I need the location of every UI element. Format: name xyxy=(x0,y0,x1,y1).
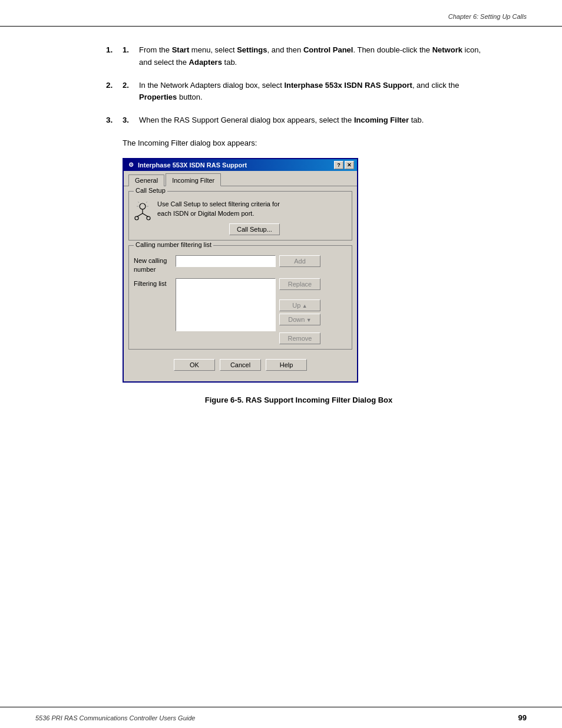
step-2-number: 2. xyxy=(123,80,139,104)
call-setup-title: Call Setup xyxy=(134,187,167,194)
ok-button[interactable]: OK xyxy=(174,359,215,371)
footer-section: 5536 PRI RAS Communications Controller U… xyxy=(0,707,562,728)
call-setup-button-row: Call Setup... xyxy=(157,223,280,235)
figure-caption: Figure 6-5. RAS Support Incoming Filter … xyxy=(106,396,491,404)
add-button-col: Add xyxy=(279,255,320,267)
add-button[interactable]: Add xyxy=(279,255,320,267)
call-setup-button[interactable]: Call Setup... xyxy=(229,223,280,235)
chapter-header: Chapter 6: Setting Up Calls xyxy=(448,13,527,20)
call-setup-text-line2: each ISDN or Digital Modem port. xyxy=(157,209,280,219)
new-calling-number-input[interactable] xyxy=(176,255,276,267)
svg-line-7 xyxy=(146,202,147,203)
header-section: Chapter 6: Setting Up Calls xyxy=(0,0,562,27)
step-3-text: When the RAS Support General dialog box … xyxy=(139,114,491,127)
down-button[interactable]: Down xyxy=(279,314,320,325)
filtering-group: Calling number filtering list New callin… xyxy=(128,245,352,350)
up-button[interactable]: Up xyxy=(279,299,320,311)
call-setup-group: Call Setup xyxy=(128,191,352,241)
step-1-text: From the Start menu, select Settings, an… xyxy=(139,44,491,69)
call-setup-content: Use Call Setup to select filtering crite… xyxy=(134,199,347,235)
footer-right: 99 xyxy=(518,713,527,722)
svg-point-0 xyxy=(140,203,146,209)
page-container: Chapter 6: Setting Up Calls 1. From the … xyxy=(0,0,562,728)
tabs-area: General Incoming Filter xyxy=(124,171,357,186)
footer-left: 5536 PRI RAS Communications Controller U… xyxy=(35,714,195,722)
call-setup-text-line1: Use Call Setup to select filtering crite… xyxy=(157,199,280,209)
titlebar-controls: ? ✕ xyxy=(334,161,354,169)
replace-button[interactable]: Replace xyxy=(279,278,320,290)
filtering-listbox[interactable] xyxy=(176,278,276,331)
main-content: 1. From the Start menu, select Settings,… xyxy=(0,27,562,707)
tab-general[interactable]: General xyxy=(128,174,164,186)
step-2: 2. In the Network Adapters dialog box, s… xyxy=(106,80,491,104)
dialog-wrapper: ⚙ Interphase 553X ISDN RAS Support ? ✕ G… xyxy=(123,158,491,383)
titlebar-left: ⚙ Interphase 553X ISDN RAS Support xyxy=(127,161,247,169)
step-3-number: 3. xyxy=(123,114,139,127)
network-icon xyxy=(134,200,151,222)
step-3: 3. When the RAS Support General dialog b… xyxy=(106,114,491,127)
dialog-icon: ⚙ xyxy=(127,161,135,169)
filtering-list-label: Filtering list xyxy=(134,278,172,288)
new-calling-number-row: New callingnumber Add xyxy=(134,255,347,275)
call-setup-description: Use Call Setup to select filtering crite… xyxy=(157,199,280,235)
filtering-group-title: Calling number filtering list xyxy=(134,241,213,248)
remove-button[interactable]: Remove xyxy=(279,332,320,344)
dialog-title: Interphase 553X ISDN RAS Support xyxy=(138,162,247,169)
step-2-text: In the Network Adapters dialog box, sele… xyxy=(139,80,491,104)
step-1: 1. From the Start menu, select Settings,… xyxy=(106,44,491,69)
win-dialog: ⚙ Interphase 553X ISDN RAS Support ? ✕ G… xyxy=(123,158,358,383)
filtering-list-row: Filtering list Replace Up Down xyxy=(134,278,347,344)
list-buttons-col: Replace Up Down Remove xyxy=(279,278,320,344)
win-body: Call Setup xyxy=(124,186,357,381)
dialog-intro: The Incoming Filter dialog box appears: xyxy=(123,137,491,150)
new-calling-number-label: New callingnumber xyxy=(134,255,172,275)
step-1-number: 1. xyxy=(123,44,139,69)
filtering-content: New callingnumber Add Filtering list xyxy=(134,255,347,344)
help-footer-button[interactable]: Help xyxy=(266,359,307,371)
svg-line-6 xyxy=(138,202,139,203)
tab-incoming-filter[interactable]: Incoming Filter xyxy=(166,173,221,186)
win-titlebar: ⚙ Interphase 553X ISDN RAS Support ? ✕ xyxy=(124,159,357,171)
win-footer: OK Cancel Help xyxy=(128,354,352,377)
help-button[interactable]: ? xyxy=(334,161,343,169)
cancel-button[interactable]: Cancel xyxy=(220,359,261,371)
call-setup-icon xyxy=(134,200,151,223)
steps-list: 1. From the Start menu, select Settings,… xyxy=(106,44,491,127)
list-col xyxy=(176,278,276,331)
close-button[interactable]: ✕ xyxy=(345,161,354,169)
